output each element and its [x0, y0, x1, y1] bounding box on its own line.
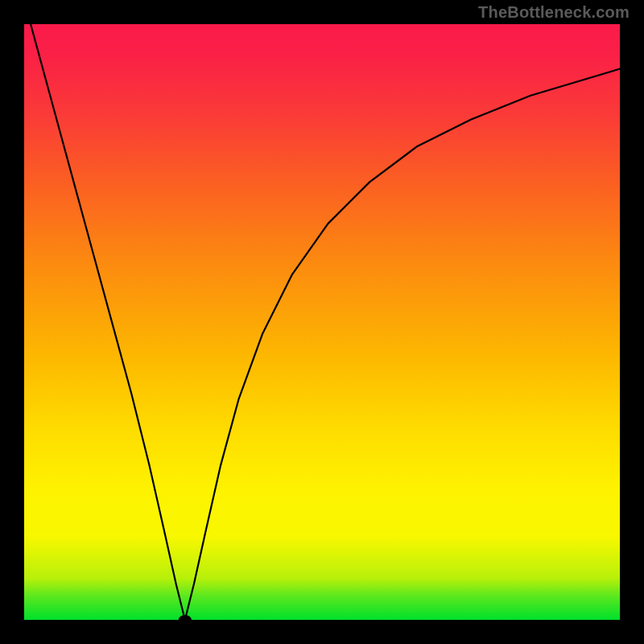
curve-svg: [24, 24, 620, 620]
plot-area: [24, 24, 620, 620]
curve-left-path: [24, 0, 185, 620]
minimum-marker: [179, 615, 192, 625]
curve-right-path: [185, 69, 620, 621]
attribution-text: TheBottleneck.com: [478, 3, 630, 22]
chart-frame: TheBottleneck.com: [0, 0, 644, 644]
